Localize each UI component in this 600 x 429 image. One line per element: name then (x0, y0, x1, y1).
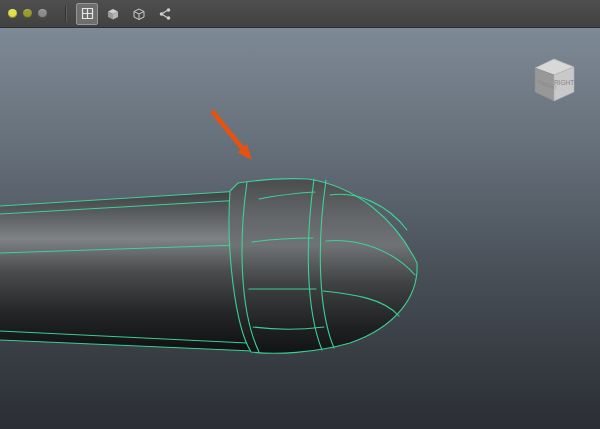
mesh-body (0, 191, 253, 351)
toolbar-separator (65, 6, 67, 22)
scene-canvas (0, 28, 600, 429)
status-dot-2[interactable] (23, 9, 32, 18)
annotation-arrow (212, 111, 252, 160)
view-cube[interactable]: RIGHT FRONT (526, 54, 580, 106)
status-dot-3[interactable] (38, 9, 47, 18)
cube-icon (106, 7, 120, 21)
view-cube-right-label: RIGHT (554, 79, 574, 86)
app-window: RIGHT FRONT (0, 0, 600, 429)
share-icon (158, 7, 172, 21)
box-solid-button[interactable] (102, 3, 124, 25)
status-dot-1[interactable] (8, 9, 17, 18)
share-button[interactable] (154, 3, 176, 25)
snap-grid-button[interactable] (76, 3, 98, 25)
grid-icon (81, 7, 94, 20)
viewport[interactable]: RIGHT FRONT (0, 28, 600, 429)
cube-outline-icon (132, 7, 146, 21)
box-outline-button[interactable] (128, 3, 150, 25)
top-toolbar (0, 0, 600, 28)
